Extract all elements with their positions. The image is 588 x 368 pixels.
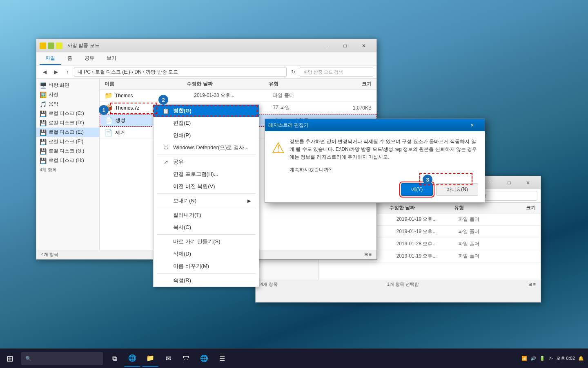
taskbar-search[interactable]: 🔍 xyxy=(21,352,103,365)
title-icon-group xyxy=(40,43,62,49)
s-col-type[interactable]: 유형 xyxy=(454,204,503,211)
browser-icon[interactable]: 🌐 xyxy=(196,350,212,367)
volume-icon: 🔊 xyxy=(530,356,536,361)
reg-icon: 📄 xyxy=(105,117,113,124)
file-explorer-icon[interactable]: 📁 xyxy=(142,350,158,367)
ime-icon: 가 xyxy=(548,355,553,361)
system-clock[interactable]: 오후 8:02 xyxy=(556,355,575,361)
defender-taskbar-icon[interactable]: 🛡 xyxy=(178,350,194,367)
sidebar-item-h[interactable]: 💾 로컬 디스크 (H:) xyxy=(36,156,99,165)
window-controls: ─ □ ✕ xyxy=(317,39,373,52)
tab-home[interactable]: 홈 xyxy=(62,52,78,65)
dialog-titlebar: 레지스트리 편집기 ✕ xyxy=(265,119,485,131)
secondary-status-bar: 4개 항목 1개 항목 선택함 ⊞ ≡ xyxy=(256,280,541,289)
warning-icon: ⚠ xyxy=(272,139,285,173)
ctx-shortcut[interactable]: 바로 가기 만들기(S) xyxy=(154,236,259,248)
dialog-question: 계속하시겠습니까? xyxy=(290,166,478,173)
s-status-count: 4개 항목 xyxy=(261,281,278,287)
media-icon[interactable]: ☰ xyxy=(214,350,230,367)
ctx-sep-5 xyxy=(157,273,256,274)
drive-d-icon: 💾 xyxy=(40,120,47,126)
sidebar-count: 4개 항목 xyxy=(36,165,99,175)
ribbon-tabs: 파일 홈 공유 보기 xyxy=(36,52,376,65)
col-header-name[interactable]: 이름 xyxy=(105,81,187,88)
forward-button[interactable]: ▶ xyxy=(51,67,61,77)
sidebar-item-music[interactable]: 🎵 음악 xyxy=(36,99,99,109)
minimize-button[interactable]: ─ xyxy=(317,39,336,52)
close-button[interactable]: ✕ xyxy=(354,39,373,52)
window-title: 까망 밤중 모드 xyxy=(67,42,314,49)
ctx-rename[interactable]: 이름 바꾸기(M) xyxy=(154,260,259,272)
ctx-print[interactable]: 인쇄(P) xyxy=(154,129,259,141)
tab-file[interactable]: 파일 xyxy=(40,52,61,65)
ctx-sendto[interactable]: 보내기(N) ▶ xyxy=(154,195,259,207)
dialog-title: 레지스트리 편집기 xyxy=(268,122,309,129)
s-close-button[interactable]: ✕ xyxy=(519,176,537,189)
ctx-delete[interactable]: 삭제(D) xyxy=(154,248,259,260)
ctx-open-with[interactable]: 연결 프로그램(H)... xyxy=(154,168,259,180)
sidebar-pane: 🖥️ 바탕 화면 🖼️ 사진 🎵 음악 💾 로컬 디스크 (C:) 💾 xyxy=(36,79,100,250)
sidebar-item-e[interactable]: 💾 로컬 디스크 (E:) xyxy=(36,128,99,137)
s-col-size[interactable]: 크기 xyxy=(503,204,536,211)
dialog-controls: ✕ xyxy=(463,119,481,131)
clock-time: 오후 8:02 xyxy=(556,355,575,361)
sidebar-item-c[interactable]: 💾 로컬 디스크 (C:) xyxy=(36,109,99,118)
task-view-icon[interactable]: ⧉ xyxy=(106,350,122,367)
dialog-buttons: 예(Y) 아니요(N) xyxy=(265,180,485,202)
music-icon: 🎵 xyxy=(40,101,47,108)
notification-icon[interactable]: 🔔 xyxy=(578,356,584,361)
ctx-sep-3 xyxy=(157,208,256,208)
ctx-sep-1 xyxy=(157,155,256,155)
photos-icon: 🖼️ xyxy=(40,92,47,98)
sidebar-item-g[interactable]: 💾 로컬 디스크 (G:) xyxy=(36,146,99,156)
ctx-cut[interactable]: 잘라내기(T) xyxy=(154,209,259,221)
sidebar-item-f[interactable]: 💾 로컬 디스크 (F:) xyxy=(36,137,99,146)
ctx-properties[interactable]: 속성(R) xyxy=(154,274,259,287)
ctx-merge[interactable]: 📋 병합(G) xyxy=(154,105,259,117)
tab-share[interactable]: 공유 xyxy=(79,52,100,65)
address-path[interactable]: 내 PC › 로컬 디스크 (E:) › DN › 까망 밤중 모드 xyxy=(74,67,287,77)
share-icon: ↗ xyxy=(162,159,170,165)
search-box[interactable]: 까망 밤중 모드 검색 xyxy=(300,67,373,77)
ctx-copy[interactable]: 복사(C) xyxy=(154,221,259,233)
ctx-edit[interactable]: 편집(E) xyxy=(154,117,259,129)
sidebar-item-desktop[interactable]: 🖥️ 바탕 화면 xyxy=(36,81,99,90)
col-header-date[interactable]: 수정한 날짜 xyxy=(187,81,269,88)
ctx-defender[interactable]: 🛡 Windows Defender(으)로 검사... xyxy=(154,141,259,154)
s-col-date[interactable]: 수정한 날짜 xyxy=(389,204,454,211)
sidebar-item-d[interactable]: 💾 로컬 디스크 (D:) xyxy=(36,118,99,128)
addressbar-main: ◀ ▶ ↑ 내 PC › 로컬 디스크 (E:) › DN › 까망 밤중 모드… xyxy=(36,65,376,79)
file-item-themes[interactable]: 📁 Themes 2019-01-28 오후... 파일 폴더 xyxy=(100,90,376,102)
desktop: 까망 밤중 모드 ─ □ ✕ 파일 홈 공유 보기 ◀ ▶ ↑ 내 PC › 로… xyxy=(0,0,588,368)
title-icon-1 xyxy=(40,43,46,49)
s-maximize-button[interactable]: □ xyxy=(500,176,519,189)
drive-h-icon: 💾 xyxy=(40,157,47,164)
up-button[interactable]: ↑ xyxy=(62,67,72,77)
secondary-controls: ─ □ ✕ xyxy=(481,176,537,189)
refresh-button[interactable]: ↻ xyxy=(288,67,298,77)
edge-icon[interactable]: 🌐 xyxy=(124,350,140,367)
start-button[interactable]: ⊞ xyxy=(0,349,20,368)
dialog-no-button[interactable]: 아니요(N) xyxy=(436,183,478,196)
file-list-header: 이름 수정한 날짜 유형 크기 xyxy=(100,79,376,90)
folder-icon: 📁 xyxy=(105,92,113,99)
title-icon-2 xyxy=(48,43,54,49)
col-header-type[interactable]: 유형 xyxy=(269,81,330,88)
context-menu: 📋 병합(G) 편집(E) 인쇄(P) 🛡 Windows Defender(으… xyxy=(153,104,259,287)
col-header-size[interactable]: 크기 xyxy=(330,81,372,88)
dialog-close-button[interactable]: ✕ xyxy=(463,119,481,131)
dialog-yes-button[interactable]: 예(Y) xyxy=(401,183,433,196)
ctx-share[interactable]: ↗ 공유 xyxy=(154,156,259,168)
sendto-arrow-icon: ▶ xyxy=(247,198,251,204)
dialog-content: ⚠ 정보를 추가하면 값이 변경되거나 삭제될 수 있으며 구성 요소가 올바르… xyxy=(265,131,485,180)
back-button[interactable]: ◀ xyxy=(40,67,49,77)
drive-e-icon: 💾 xyxy=(40,129,47,136)
ctx-sep-4 xyxy=(157,234,256,235)
titlebar-main: 까망 밤중 모드 ─ □ ✕ xyxy=(36,39,376,52)
tab-view[interactable]: 보기 xyxy=(101,52,122,65)
maximize-button[interactable]: □ xyxy=(336,39,354,52)
ctx-sep-2 xyxy=(157,193,256,194)
mail-icon[interactable]: ✉ xyxy=(160,350,176,367)
ctx-restore[interactable]: 이전 버전 복원(V) xyxy=(154,180,259,193)
sidebar-item-photos[interactable]: 🖼️ 사진 xyxy=(36,90,99,99)
